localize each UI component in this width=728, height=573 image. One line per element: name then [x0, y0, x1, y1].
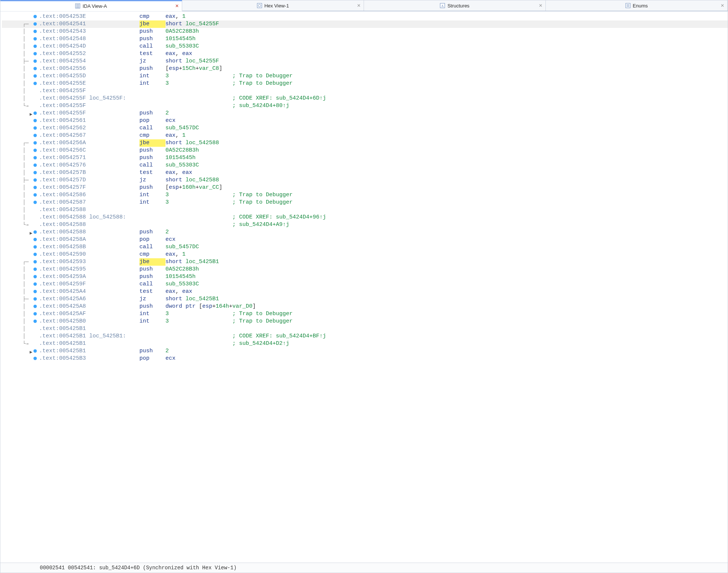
- breakpoint-dot[interactable]: [33, 52, 37, 55]
- asm-line[interactable]: │ .text:005425A4testeax, eax: [2, 288, 728, 295]
- asm-line[interactable]: │ .text:00542587int3; Trap to Debugger: [2, 199, 728, 206]
- tab-ida-view-a[interactable]: IDA View-A✕: [0, 0, 182, 11]
- asm-line[interactable]: ▶.text:005425B1push2: [2, 347, 728, 355]
- breakpoint-dot[interactable]: [33, 268, 37, 271]
- asm-line[interactable]: │ .text:0054255F: [2, 87, 728, 95]
- asm-line[interactable]: ▶.text:0054255Fpush2: [2, 110, 728, 117]
- breakpoint-dot[interactable]: [33, 67, 37, 70]
- asm-line[interactable]: │ .text:00542576callsub_55303C: [2, 162, 728, 169]
- disassembly-listing[interactable]: .text:0054253Ecmpeax, 1┌─.text:00542541j…: [0, 12, 728, 563]
- breakpoint-dot[interactable]: [33, 126, 37, 130]
- breakpoint-dot[interactable]: [33, 253, 37, 256]
- breakpoint-dot[interactable]: [33, 201, 37, 204]
- breakpoint-dot[interactable]: [33, 74, 37, 78]
- asm-line[interactable]: └→.text:00542588; sub_5424D4+A9↑j: [2, 221, 728, 229]
- asm-line[interactable]: .text:00542590cmpeax, 1: [2, 251, 728, 258]
- asm-line[interactable]: │ .text:0054257Fpush[esp+160h+var_CC]: [2, 184, 728, 191]
- breakpoint-dot[interactable]: [33, 134, 37, 137]
- breakpoint-dot[interactable]: [33, 193, 37, 197]
- asm-line[interactable]: │ .text:00542588 loc_542588:; CODE XREF:…: [2, 214, 728, 221]
- asm-line[interactable]: └→.text:0054255F; sub_5424D4+80↑j: [2, 102, 728, 110]
- disassembly-view[interactable]: .text:0054253Ecmpeax, 1┌─.text:00542541j…: [0, 11, 728, 563]
- asm-line[interactable]: │ .text:0054255Dint3; Trap to Debugger: [2, 72, 728, 80]
- breakpoint-dot[interactable]: [33, 186, 37, 189]
- breakpoint-dot[interactable]: [33, 45, 37, 48]
- close-icon[interactable]: ✕: [538, 3, 543, 8]
- asm-line[interactable]: │ .text:005425B0int3; Trap to Debugger: [2, 318, 728, 325]
- breakpoint-dot[interactable]: [33, 164, 37, 167]
- breakpoint-dot[interactable]: [33, 15, 37, 18]
- breakpoint-dot[interactable]: [33, 290, 37, 293]
- asm-line[interactable]: │ .text:0054254Dcallsub_55303C: [2, 43, 728, 50]
- asm-line[interactable]: │ .text:00542588: [2, 206, 728, 214]
- asm-line[interactable]: │ .text:00542571push10154545h: [2, 154, 728, 162]
- asm-line[interactable]: │ .text:00542595push0A52C28B3h: [2, 266, 728, 273]
- address: .text:00542587: [39, 199, 139, 206]
- asm-line[interactable]: .text:0054258Bcallsub_5457DC: [2, 243, 728, 251]
- breakpoint-dot[interactable]: [33, 297, 37, 301]
- asm-line[interactable]: │ .text:00542556push[esp+15Ch+var_C8]: [2, 65, 728, 72]
- breakpoint-dot[interactable]: [33, 245, 37, 249]
- breakpoint-dot[interactable]: [33, 37, 37, 41]
- asm-line[interactable]: └→.text:005425B1; sub_5424D4+D2↑j: [2, 340, 728, 347]
- asm-line[interactable]: ┌─.text:00542593jbeshort loc_5425B1: [2, 258, 728, 266]
- asm-line[interactable]: │ .text:005425AFint3; Trap to Debugger: [2, 310, 728, 318]
- tab-structures[interactable]: AStructures✕: [364, 0, 546, 11]
- breakpoint-dot[interactable]: [33, 171, 37, 174]
- asm-line[interactable]: │ .text:005425A8pushdword ptr [esp+164h+…: [2, 303, 728, 310]
- breakpoint-dot[interactable]: [33, 349, 37, 353]
- asm-line[interactable]: │ .text:0054259Fcallsub_55303C: [2, 281, 728, 288]
- asm-line[interactable]: .text:005425B3popecx: [2, 355, 728, 362]
- close-icon[interactable]: ✕: [720, 3, 725, 8]
- breakpoint-dot[interactable]: [33, 230, 37, 234]
- asm-line[interactable]: │ .text:0054259Apush10154545h: [2, 273, 728, 281]
- asm-line[interactable]: │ .text:00542552testeax, eax: [2, 50, 728, 58]
- asm-line[interactable]: │ .text:00542543push0A52C28B3h: [2, 28, 728, 35]
- breakpoint-dot[interactable]: [33, 312, 37, 315]
- tab-enums[interactable]: Enums✕: [546, 0, 728, 11]
- breakpoint-dot[interactable]: [33, 178, 37, 182]
- asm-line[interactable]: ├─.text:005425A6jzshort loc_5425B1: [2, 295, 728, 303]
- breakpoint-dot[interactable]: [33, 149, 37, 152]
- asm-line[interactable]: .text:00542562callsub_5457DC: [2, 124, 728, 132]
- breakpoint-dot[interactable]: [33, 282, 37, 286]
- operands: 10154545h: [165, 154, 232, 162]
- asm-line[interactable]: ┌─.text:0054256Ajbeshort loc_542588: [2, 139, 728, 147]
- tab-hex-view-1[interactable]: Hex View-1✕: [182, 0, 364, 11]
- asm-line[interactable]: ▶.text:00542588push2: [2, 229, 728, 236]
- asm-line[interactable]: │ .text:005425B1 loc_5425B1:; CODE XREF:…: [2, 333, 728, 340]
- breakpoint-dot[interactable]: [33, 260, 37, 263]
- asm-line[interactable]: │ .text:00542586int3; Trap to Debugger: [2, 191, 728, 199]
- breakpoint-dot[interactable]: [33, 156, 37, 159]
- breakpoint-dot[interactable]: [33, 141, 37, 145]
- breakpoint-dot[interactable]: [33, 119, 37, 122]
- asm-line[interactable]: .text:00542567cmpeax, 1: [2, 132, 728, 139]
- breakpoint-dot[interactable]: [33, 357, 37, 360]
- breakpoint-dot[interactable]: [33, 30, 37, 33]
- close-icon[interactable]: ✕: [356, 3, 361, 8]
- asm-line[interactable]: │ .text:00542548push10154545h: [2, 35, 728, 43]
- asm-line[interactable]: │ .text:0054256Cpush0A52C28B3h: [2, 147, 728, 154]
- asm-line[interactable]: .text:00542561popecx: [2, 117, 728, 124]
- breakpoint-dot[interactable]: [33, 275, 37, 278]
- breakpoint-dot[interactable]: [33, 59, 37, 63]
- breakpoint-dot[interactable]: [33, 238, 37, 241]
- asm-line[interactable]: │ .text:0054255F loc_54255F:; CODE XREF:…: [2, 95, 728, 102]
- asm-line[interactable]: │ .text:0054257Btesteax, eax: [2, 169, 728, 177]
- address: .text:00542543: [39, 28, 139, 35]
- operands: [esp+15Ch+var_C8]: [165, 65, 232, 72]
- address: .text:0054259F: [39, 281, 139, 288]
- asm-line[interactable]: │ .text:005425B1: [2, 325, 728, 333]
- breakpoint-dot[interactable]: [33, 111, 37, 115]
- breakpoint-dot[interactable]: [33, 22, 37, 26]
- breakpoint-dot[interactable]: [33, 82, 37, 85]
- asm-line[interactable]: .text:0054258Apopecx: [2, 236, 728, 243]
- asm-line[interactable]: .text:0054253Ecmpeax, 1: [2, 13, 728, 20]
- asm-line[interactable]: │ .text:0054255Eint3; Trap to Debugger: [2, 80, 728, 87]
- asm-line[interactable]: ├─.text:0054257Djzshort loc_542588: [2, 177, 728, 184]
- close-icon[interactable]: ✕: [174, 3, 180, 9]
- breakpoint-dot[interactable]: [33, 320, 37, 323]
- asm-line[interactable]: ├─.text:00542554jzshort loc_54255F: [2, 58, 728, 65]
- breakpoint-dot[interactable]: [33, 305, 37, 308]
- asm-line[interactable]: ┌─.text:00542541jbeshort loc_54255F: [2, 20, 728, 28]
